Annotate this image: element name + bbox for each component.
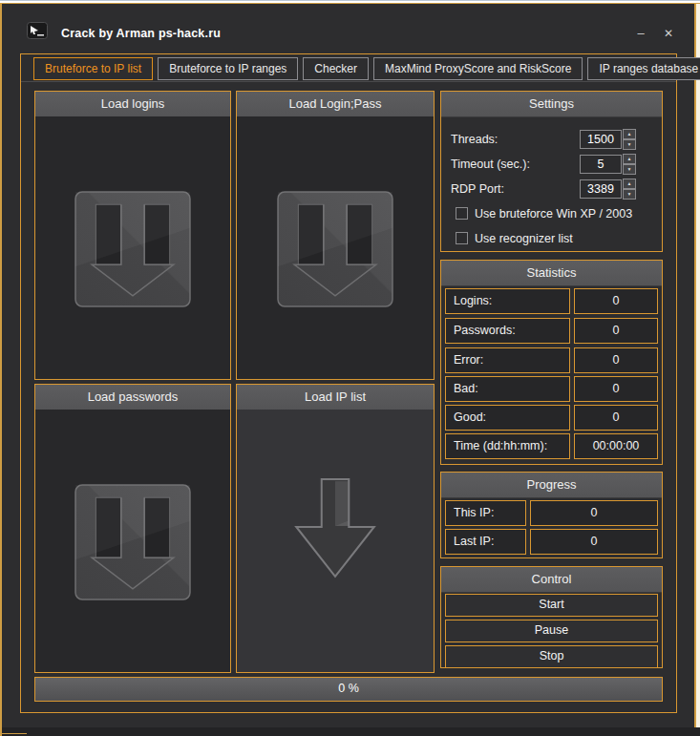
winxp-checkbox[interactable] <box>456 207 468 220</box>
load-ip-list-panel[interactable]: Load IP list <box>236 384 435 673</box>
window-title: Crack by Arman ps-hack.ru <box>61 27 221 40</box>
tab-bruteforce-ip-ranges[interactable]: Bruteforce to IP ranges <box>158 57 298 80</box>
rdp-port-label: RDP Port: <box>451 182 504 196</box>
load-loginpass-title: Load Login;Pass <box>237 92 434 117</box>
spinner-up-icon[interactable]: ▲ <box>623 129 636 139</box>
recognizer-checkbox[interactable] <box>456 232 468 244</box>
spinner-down-icon[interactable]: ▼ <box>623 164 636 175</box>
load-passwords-dropzone[interactable] <box>35 410 230 672</box>
settings-title: Settings <box>441 92 662 117</box>
minimize-button[interactable]: – <box>630 24 651 43</box>
pause-button[interactable]: Pause <box>445 620 658 642</box>
load-logins-dropzone[interactable] <box>35 116 230 379</box>
stat-good-label: Good: <box>445 405 570 431</box>
progress-bar-label: 0 % <box>35 678 662 701</box>
tab-bar: Bruteforce to IP list Bruteforce to IP r… <box>21 55 676 82</box>
progress-title: Progress <box>441 473 662 498</box>
background-strip <box>2 727 700 736</box>
stop-button[interactable]: Stop <box>445 645 658 668</box>
stat-passwords-value: 0 <box>574 318 658 344</box>
spinner-down-icon[interactable]: ▼ <box>623 139 636 150</box>
last-ip-value: 0 <box>530 529 658 555</box>
threads-input[interactable] <box>580 130 622 149</box>
load-logins-panel[interactable]: Load logins <box>34 91 231 380</box>
timeout-label: Timeout (sec.): <box>451 158 530 171</box>
load-ip-list-title: Load IP list <box>237 385 434 410</box>
timeout-spinner[interactable]: ▲ ▼ <box>623 154 636 175</box>
tab-checker[interactable]: Checker <box>303 57 369 80</box>
load-passwords-title: Load passwords <box>35 385 230 410</box>
tab-maxmind[interactable]: MaxMind ProxyScore and RiskScore <box>373 57 583 80</box>
stat-time-value: 00:00:00 <box>574 433 658 459</box>
stat-time-label: Time (dd:hh:mm): <box>445 433 570 459</box>
download-box-icon <box>277 191 393 307</box>
spinner-up-icon[interactable]: ▲ <box>623 154 636 164</box>
stat-logins-label: Logins: <box>445 288 570 314</box>
download-box-icon <box>74 484 191 600</box>
download-box-icon <box>74 191 191 307</box>
stat-passwords-label: Passwords: <box>445 318 570 344</box>
this-ip-label: This IP: <box>445 500 526 526</box>
close-button[interactable]: ✕ <box>658 24 679 43</box>
load-passwords-panel[interactable]: Load passwords <box>34 384 231 673</box>
statistics-title: Statistics <box>441 261 662 286</box>
spinner-down-icon[interactable]: ▼ <box>623 189 636 200</box>
recognizer-checkbox-label[interactable]: Use recognizer list <box>475 232 573 245</box>
load-ip-list-dropzone[interactable] <box>237 410 434 672</box>
load-logins-title: Load logins <box>35 92 230 117</box>
down-arrow-icon <box>288 478 382 579</box>
stat-bad-label: Bad: <box>445 376 570 402</box>
threads-label: Threads: <box>451 133 498 146</box>
last-ip-label: Last IP: <box>445 529 526 555</box>
control-title: Control <box>441 567 662 593</box>
load-loginpass-dropzone[interactable] <box>237 116 434 379</box>
tab-bruteforce-ip-list[interactable]: Bruteforce to IP list <box>33 57 153 80</box>
rdp-port-spinner[interactable]: ▲ ▼ <box>623 179 636 200</box>
load-loginpass-panel[interactable]: Load Login;Pass <box>236 91 435 380</box>
winxp-checkbox-label[interactable]: Use bruteforce Win XP / 2003 <box>475 207 632 221</box>
spinner-up-icon[interactable]: ▲ <box>623 179 636 189</box>
start-button[interactable]: Start <box>445 594 658 617</box>
timeout-input[interactable] <box>580 155 622 174</box>
app-icon <box>27 22 48 40</box>
tab-ip-ranges-database[interactable]: IP ranges database <box>587 57 700 80</box>
stat-bad-value: 0 <box>574 376 658 402</box>
background-window-border <box>2 733 27 734</box>
stat-logins-value: 0 <box>574 288 658 314</box>
stat-good-value: 0 <box>574 405 658 431</box>
background-window-edge <box>696 4 700 727</box>
stat-error-label: Error: <box>445 347 570 373</box>
overall-progress-bar: 0 % <box>34 677 663 702</box>
threads-spinner[interactable]: ▲ ▼ <box>623 129 636 150</box>
this-ip-value: 0 <box>530 500 658 526</box>
rdp-port-input[interactable] <box>580 179 622 199</box>
stat-error-value: 0 <box>574 347 658 373</box>
